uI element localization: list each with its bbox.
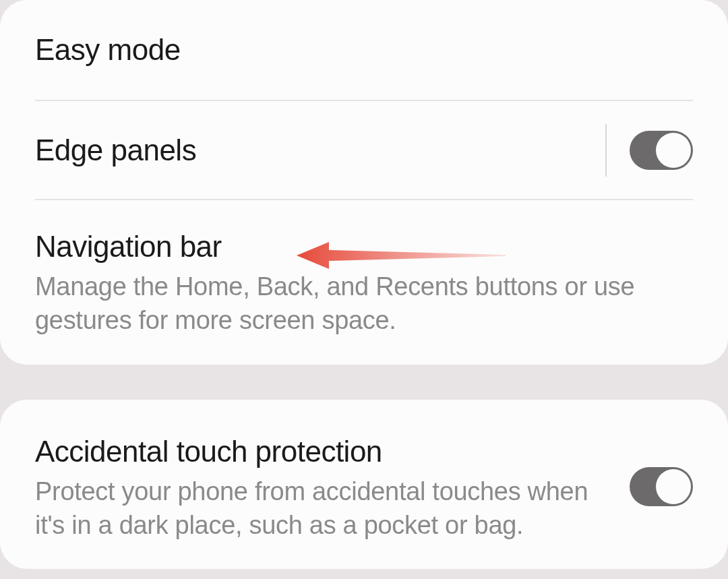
accidental-touch-description: Protect your phone from accidental touch… xyxy=(35,475,616,542)
setting-accidental-touch[interactable]: Accidental touch protection Protect your… xyxy=(0,400,728,570)
settings-group-2: Accidental touch protection Protect your… xyxy=(0,400,728,570)
setting-edge-panels[interactable]: Edge panels xyxy=(0,101,728,199)
accidental-touch-title: Accidental touch protection xyxy=(35,432,616,470)
setting-navigation-bar[interactable]: Navigation bar Manage the Home, Back, an… xyxy=(0,200,728,365)
edge-panels-toggle[interactable] xyxy=(630,131,693,170)
easy-mode-title: Easy mode xyxy=(35,30,679,69)
setting-easy-mode[interactable]: Easy mode xyxy=(0,0,728,100)
navigation-bar-title: Navigation bar xyxy=(35,227,679,266)
edge-panels-title: Edge panels xyxy=(35,131,592,169)
accidental-touch-toggle[interactable] xyxy=(630,467,693,506)
navigation-bar-description: Manage the Home, Back, and Recents butto… xyxy=(35,270,679,337)
toggle-separator xyxy=(605,124,607,177)
settings-group-1: Easy mode Edge panels Navigation bar Man… xyxy=(0,0,728,365)
